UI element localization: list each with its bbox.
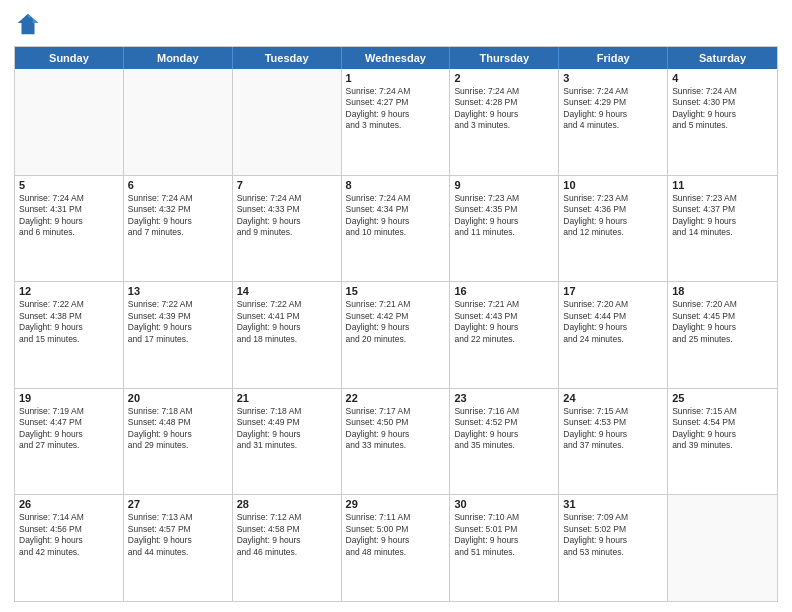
cell-info: Sunrise: 7:24 AM Sunset: 4:30 PM Dayligh… — [672, 86, 773, 132]
day-number: 23 — [454, 392, 554, 404]
cell-info: Sunrise: 7:14 AM Sunset: 4:56 PM Dayligh… — [19, 512, 119, 558]
cell-info: Sunrise: 7:15 AM Sunset: 4:54 PM Dayligh… — [672, 406, 773, 452]
cal-cell-empty-2 — [233, 69, 342, 175]
cal-cell-22: 22Sunrise: 7:17 AM Sunset: 4:50 PM Dayli… — [342, 389, 451, 495]
day-number: 18 — [672, 285, 773, 297]
weekday-header-monday: Monday — [124, 47, 233, 69]
cal-cell-4: 4Sunrise: 7:24 AM Sunset: 4:30 PM Daylig… — [668, 69, 777, 175]
day-number: 6 — [128, 179, 228, 191]
cell-info: Sunrise: 7:22 AM Sunset: 4:41 PM Dayligh… — [237, 299, 337, 345]
cal-cell-1: 1Sunrise: 7:24 AM Sunset: 4:27 PM Daylig… — [342, 69, 451, 175]
cal-cell-2: 2Sunrise: 7:24 AM Sunset: 4:28 PM Daylig… — [450, 69, 559, 175]
day-number: 5 — [19, 179, 119, 191]
logo — [14, 10, 46, 38]
cell-info: Sunrise: 7:13 AM Sunset: 4:57 PM Dayligh… — [128, 512, 228, 558]
cell-info: Sunrise: 7:18 AM Sunset: 4:48 PM Dayligh… — [128, 406, 228, 452]
day-number: 2 — [454, 72, 554, 84]
cal-cell-6: 6Sunrise: 7:24 AM Sunset: 4:32 PM Daylig… — [124, 176, 233, 282]
header — [14, 10, 778, 38]
cal-cell-empty-1 — [124, 69, 233, 175]
cal-cell-7: 7Sunrise: 7:24 AM Sunset: 4:33 PM Daylig… — [233, 176, 342, 282]
day-number: 12 — [19, 285, 119, 297]
day-number: 22 — [346, 392, 446, 404]
week-row-3: 12Sunrise: 7:22 AM Sunset: 4:38 PM Dayli… — [15, 281, 777, 388]
cell-info: Sunrise: 7:16 AM Sunset: 4:52 PM Dayligh… — [454, 406, 554, 452]
day-number: 8 — [346, 179, 446, 191]
cal-cell-19: 19Sunrise: 7:19 AM Sunset: 4:47 PM Dayli… — [15, 389, 124, 495]
cal-cell-29: 29Sunrise: 7:11 AM Sunset: 5:00 PM Dayli… — [342, 495, 451, 601]
day-number: 24 — [563, 392, 663, 404]
weekday-header-saturday: Saturday — [668, 47, 777, 69]
cal-cell-18: 18Sunrise: 7:20 AM Sunset: 4:45 PM Dayli… — [668, 282, 777, 388]
cell-info: Sunrise: 7:24 AM Sunset: 4:31 PM Dayligh… — [19, 193, 119, 239]
cal-cell-9: 9Sunrise: 7:23 AM Sunset: 4:35 PM Daylig… — [450, 176, 559, 282]
cal-cell-12: 12Sunrise: 7:22 AM Sunset: 4:38 PM Dayli… — [15, 282, 124, 388]
weekday-header-tuesday: Tuesday — [233, 47, 342, 69]
day-number: 9 — [454, 179, 554, 191]
weekday-header-sunday: Sunday — [15, 47, 124, 69]
cal-cell-17: 17Sunrise: 7:20 AM Sunset: 4:44 PM Dayli… — [559, 282, 668, 388]
cell-info: Sunrise: 7:21 AM Sunset: 4:42 PM Dayligh… — [346, 299, 446, 345]
day-number: 17 — [563, 285, 663, 297]
cell-info: Sunrise: 7:09 AM Sunset: 5:02 PM Dayligh… — [563, 512, 663, 558]
cell-info: Sunrise: 7:20 AM Sunset: 4:45 PM Dayligh… — [672, 299, 773, 345]
cell-info: Sunrise: 7:20 AM Sunset: 4:44 PM Dayligh… — [563, 299, 663, 345]
weekday-header-wednesday: Wednesday — [342, 47, 451, 69]
cal-cell-26: 26Sunrise: 7:14 AM Sunset: 4:56 PM Dayli… — [15, 495, 124, 601]
cal-cell-25: 25Sunrise: 7:15 AM Sunset: 4:54 PM Dayli… — [668, 389, 777, 495]
cell-info: Sunrise: 7:24 AM Sunset: 4:27 PM Dayligh… — [346, 86, 446, 132]
cell-info: Sunrise: 7:23 AM Sunset: 4:35 PM Dayligh… — [454, 193, 554, 239]
calendar-header: SundayMondayTuesdayWednesdayThursdayFrid… — [15, 47, 777, 69]
cell-info: Sunrise: 7:19 AM Sunset: 4:47 PM Dayligh… — [19, 406, 119, 452]
cal-cell-empty-0 — [15, 69, 124, 175]
week-row-1: 1Sunrise: 7:24 AM Sunset: 4:27 PM Daylig… — [15, 69, 777, 175]
day-number: 13 — [128, 285, 228, 297]
cell-info: Sunrise: 7:12 AM Sunset: 4:58 PM Dayligh… — [237, 512, 337, 558]
cell-info: Sunrise: 7:11 AM Sunset: 5:00 PM Dayligh… — [346, 512, 446, 558]
day-number: 4 — [672, 72, 773, 84]
cal-cell-14: 14Sunrise: 7:22 AM Sunset: 4:41 PM Dayli… — [233, 282, 342, 388]
cal-cell-5: 5Sunrise: 7:24 AM Sunset: 4:31 PM Daylig… — [15, 176, 124, 282]
day-number: 15 — [346, 285, 446, 297]
cell-info: Sunrise: 7:22 AM Sunset: 4:38 PM Dayligh… — [19, 299, 119, 345]
cal-cell-23: 23Sunrise: 7:16 AM Sunset: 4:52 PM Dayli… — [450, 389, 559, 495]
cell-info: Sunrise: 7:21 AM Sunset: 4:43 PM Dayligh… — [454, 299, 554, 345]
day-number: 30 — [454, 498, 554, 510]
cal-cell-3: 3Sunrise: 7:24 AM Sunset: 4:29 PM Daylig… — [559, 69, 668, 175]
week-row-5: 26Sunrise: 7:14 AM Sunset: 4:56 PM Dayli… — [15, 494, 777, 601]
cal-cell-21: 21Sunrise: 7:18 AM Sunset: 4:49 PM Dayli… — [233, 389, 342, 495]
cal-cell-28: 28Sunrise: 7:12 AM Sunset: 4:58 PM Dayli… — [233, 495, 342, 601]
cell-info: Sunrise: 7:23 AM Sunset: 4:36 PM Dayligh… — [563, 193, 663, 239]
page: SundayMondayTuesdayWednesdayThursdayFrid… — [0, 0, 792, 612]
week-row-2: 5Sunrise: 7:24 AM Sunset: 4:31 PM Daylig… — [15, 175, 777, 282]
cell-info: Sunrise: 7:24 AM Sunset: 4:33 PM Dayligh… — [237, 193, 337, 239]
cell-info: Sunrise: 7:15 AM Sunset: 4:53 PM Dayligh… — [563, 406, 663, 452]
cal-cell-30: 30Sunrise: 7:10 AM Sunset: 5:01 PM Dayli… — [450, 495, 559, 601]
day-number: 3 — [563, 72, 663, 84]
cell-info: Sunrise: 7:18 AM Sunset: 4:49 PM Dayligh… — [237, 406, 337, 452]
day-number: 10 — [563, 179, 663, 191]
day-number: 19 — [19, 392, 119, 404]
day-number: 27 — [128, 498, 228, 510]
weekday-header-friday: Friday — [559, 47, 668, 69]
cell-info: Sunrise: 7:22 AM Sunset: 4:39 PM Dayligh… — [128, 299, 228, 345]
calendar: SundayMondayTuesdayWednesdayThursdayFrid… — [14, 46, 778, 602]
day-number: 14 — [237, 285, 337, 297]
cell-info: Sunrise: 7:24 AM Sunset: 4:28 PM Dayligh… — [454, 86, 554, 132]
day-number: 25 — [672, 392, 773, 404]
cell-info: Sunrise: 7:10 AM Sunset: 5:01 PM Dayligh… — [454, 512, 554, 558]
day-number: 26 — [19, 498, 119, 510]
cell-info: Sunrise: 7:24 AM Sunset: 4:29 PM Dayligh… — [563, 86, 663, 132]
cell-info: Sunrise: 7:24 AM Sunset: 4:34 PM Dayligh… — [346, 193, 446, 239]
cal-cell-27: 27Sunrise: 7:13 AM Sunset: 4:57 PM Dayli… — [124, 495, 233, 601]
cal-cell-11: 11Sunrise: 7:23 AM Sunset: 4:37 PM Dayli… — [668, 176, 777, 282]
day-number: 31 — [563, 498, 663, 510]
cal-cell-13: 13Sunrise: 7:22 AM Sunset: 4:39 PM Dayli… — [124, 282, 233, 388]
day-number: 11 — [672, 179, 773, 191]
cal-cell-empty-6 — [668, 495, 777, 601]
cal-cell-10: 10Sunrise: 7:23 AM Sunset: 4:36 PM Dayli… — [559, 176, 668, 282]
calendar-body: 1Sunrise: 7:24 AM Sunset: 4:27 PM Daylig… — [15, 69, 777, 601]
cal-cell-31: 31Sunrise: 7:09 AM Sunset: 5:02 PM Dayli… — [559, 495, 668, 601]
logo-icon — [14, 10, 42, 38]
day-number: 20 — [128, 392, 228, 404]
